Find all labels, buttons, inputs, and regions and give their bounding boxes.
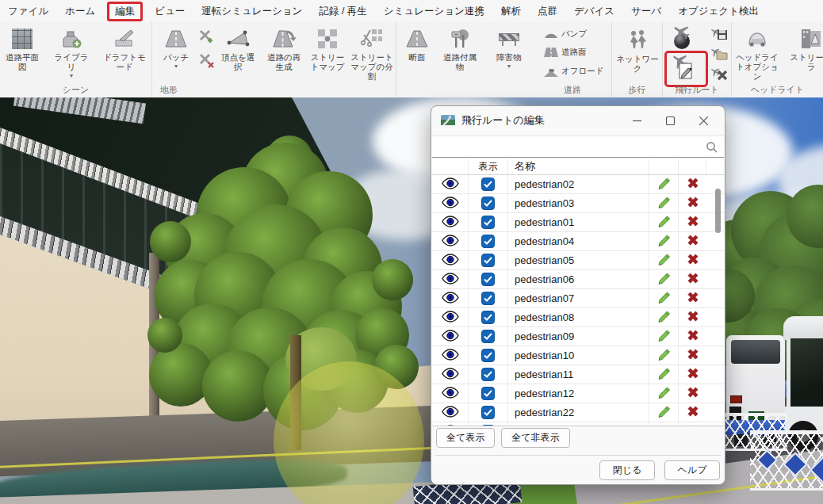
visible-checkbox[interactable]	[481, 235, 495, 248]
edit-pencil-icon[interactable]	[657, 386, 671, 402]
edit-pencil-icon[interactable]	[657, 253, 671, 269]
flight-route-row[interactable]: pedestrian05	[432, 251, 724, 270]
menu-home[interactable]: ホーム	[65, 5, 95, 18]
menu-analysis[interactable]: 解析	[501, 5, 521, 18]
edit-pencil-icon[interactable]	[657, 405, 671, 421]
edit-pencil-icon[interactable]	[657, 424, 671, 427]
street-light-button[interactable]: ストリートラ	[786, 27, 823, 71]
menu-file[interactable]: ファイル	[8, 5, 48, 18]
visible-checkbox[interactable]	[481, 349, 495, 362]
close-button[interactable]	[687, 109, 720, 132]
add-vertex-button[interactable]	[198, 29, 214, 48]
delete-icon[interactable]	[687, 406, 699, 419]
visible-checkbox[interactable]	[481, 178, 495, 191]
flight-route-row[interactable]: pedestrian07	[432, 289, 724, 308]
road-surface-button[interactable]: 道路面	[544, 47, 587, 58]
menu-simulation-link[interactable]: シミュレーション連携	[384, 5, 484, 18]
delete-icon[interactable]	[687, 197, 699, 210]
visible-checkbox[interactable]	[481, 216, 495, 229]
delete-icon[interactable]	[687, 178, 699, 191]
select-vertex-button[interactable]: 頂点を選択	[217, 27, 258, 71]
visibility-eye-icon[interactable]	[442, 311, 459, 325]
flight-route-row[interactable]: pedestrian08	[432, 308, 724, 327]
delete-icon[interactable]	[687, 216, 699, 229]
visible-checkbox[interactable]	[481, 406, 495, 419]
flight-route-row[interactable]: pedestrian11	[432, 365, 724, 384]
visible-checkbox[interactable]	[481, 273, 495, 286]
help-button[interactable]: ヘルプ	[664, 460, 720, 480]
headlight-option-button[interactable]: ヘッドライトオプション	[733, 27, 781, 81]
offroad-button[interactable]: オフロード	[544, 66, 603, 77]
delete-vertex-button[interactable]	[198, 52, 214, 71]
visibility-eye-icon[interactable]	[442, 425, 459, 427]
edit-pencil-icon[interactable]	[657, 234, 671, 250]
save-flight-route-button[interactable]	[709, 25, 728, 44]
delete-icon[interactable]	[687, 254, 699, 267]
flight-route-row[interactable]: pedestrian12	[432, 384, 724, 403]
menu-edit-highlighted[interactable]: 編集	[107, 2, 143, 21]
menu-driving-simulation[interactable]: 運転シミュレーション	[201, 5, 302, 18]
dropdown-arrow-icon[interactable]: ▾	[70, 72, 73, 79]
visible-checkbox[interactable]	[481, 311, 495, 324]
edit-pencil-icon[interactable]	[657, 367, 671, 383]
delete-icon[interactable]	[687, 368, 699, 381]
delete-icon[interactable]	[687, 425, 699, 426]
edit-pencil-icon[interactable]	[657, 196, 671, 212]
visibility-eye-icon[interactable]	[442, 368, 459, 382]
route-search-input[interactable]	[437, 138, 702, 155]
visibility-eye-icon[interactable]	[442, 273, 459, 287]
dropdown-arrow-icon[interactable]: ▾	[507, 63, 511, 70]
visibility-eye-icon[interactable]	[442, 197, 459, 211]
delete-icon[interactable]	[687, 387, 699, 400]
delete-icon[interactable]	[687, 235, 699, 248]
edit-flight-route-button-highlighted[interactable]	[664, 51, 708, 87]
edit-pencil-icon[interactable]	[657, 215, 671, 231]
regenerate-road-button[interactable]: 道路の再生成	[263, 27, 304, 71]
delete-flight-route-button[interactable]	[709, 65, 728, 84]
visibility-eye-icon[interactable]	[442, 330, 459, 344]
flight-route-row[interactable]: pedestrian10	[432, 346, 724, 365]
visibility-eye-icon[interactable]	[442, 406, 459, 420]
bump-button[interactable]: バンプ	[544, 29, 587, 40]
visibility-eye-icon[interactable]	[442, 349, 459, 363]
visibility-eye-icon[interactable]	[442, 216, 459, 230]
street-map-split-button[interactable]: ストリートマップの分割	[349, 27, 395, 81]
menu-device[interactable]: デバイス	[574, 5, 614, 18]
draft-mode-button[interactable]: ドラフトモード	[101, 27, 147, 71]
show-all-button[interactable]: 全て表示	[436, 428, 495, 448]
delete-icon[interactable]	[687, 273, 699, 286]
edit-pencil-icon[interactable]	[657, 310, 671, 326]
visible-checkbox[interactable]	[481, 387, 495, 400]
open-flight-route-button[interactable]	[709, 45, 728, 64]
visible-checkbox[interactable]	[481, 292, 495, 305]
edit-pencil-icon[interactable]	[657, 291, 671, 307]
delete-icon[interactable]	[687, 349, 699, 362]
menu-record-replay[interactable]: 記録 / 再生	[319, 5, 366, 18]
visible-checkbox[interactable]	[481, 330, 495, 343]
visibility-eye-icon[interactable]	[442, 178, 459, 192]
close-dialog-button[interactable]: 閉じる	[599, 460, 655, 480]
hide-all-button[interactable]: 全て非表示	[501, 428, 569, 448]
visibility-eye-icon[interactable]	[442, 387, 459, 401]
flight-route-row[interactable]: pedestrian01	[432, 213, 724, 232]
flight-route-row[interactable]: pedestrian22	[432, 403, 724, 422]
flight-route-sphere-button[interactable]	[666, 24, 698, 54]
visible-checkbox[interactable]	[481, 254, 495, 267]
library-button[interactable]: ライブラリ ▾	[51, 27, 92, 79]
edit-pencil-icon[interactable]	[657, 272, 671, 288]
maximize-button[interactable]	[653, 109, 687, 132]
flight-route-row[interactable]: pedestrian09	[432, 327, 724, 346]
menu-point-cloud[interactable]: 点群	[538, 5, 557, 18]
visibility-eye-icon[interactable]	[442, 235, 459, 249]
delete-icon[interactable]	[687, 292, 699, 305]
delete-icon[interactable]	[687, 330, 699, 343]
flight-route-row[interactable]: pedestrian03	[432, 194, 724, 213]
cross-section-button[interactable]: 断面	[401, 27, 433, 62]
table-scrollbar[interactable]	[714, 178, 722, 415]
patch-button[interactable]: パッチ ▾	[159, 27, 193, 70]
edit-pencil-icon[interactable]	[657, 177, 671, 193]
street-map-button[interactable]: ストリートマップ	[308, 27, 347, 71]
minimize-button[interactable]	[620, 109, 653, 132]
flight-route-row[interactable]: pedestrian06	[432, 270, 724, 289]
flight-route-row[interactable]: pedestrian23	[432, 422, 724, 426]
